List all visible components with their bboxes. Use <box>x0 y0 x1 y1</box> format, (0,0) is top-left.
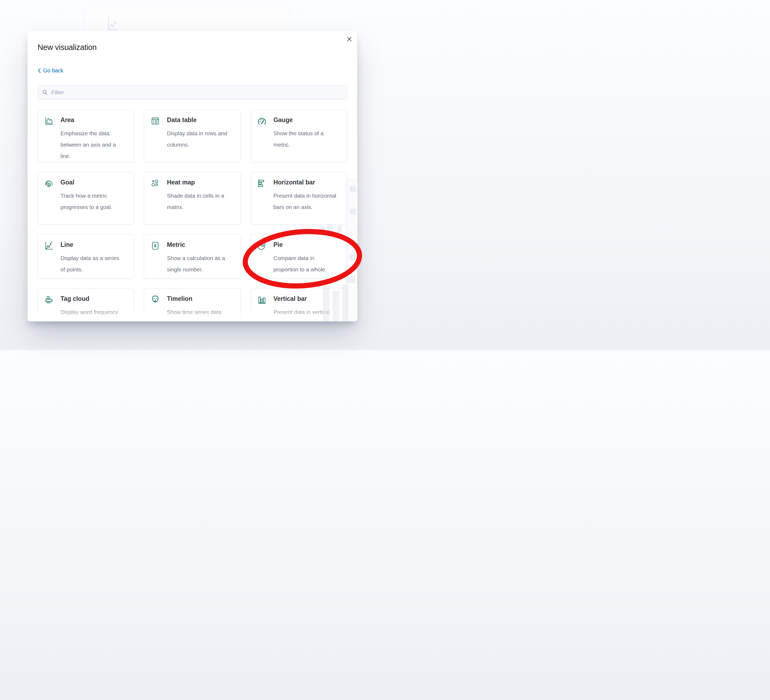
svg-text:8: 8 <box>154 244 157 248</box>
background-bar-fragment <box>327 224 333 235</box>
card-heat-map[interactable]: Heat map Shade data in cells in a matrix… <box>144 172 241 224</box>
card-title: Area <box>60 116 124 124</box>
card-title: Goal <box>60 178 117 186</box>
goal-icon: 8 <box>44 179 53 189</box>
background-placeholder-block <box>346 276 355 283</box>
svg-text:8: 8 <box>48 183 50 187</box>
card-title: Tag cloud <box>60 295 124 303</box>
card-title: Metric <box>167 241 230 249</box>
card-description: Show time series data on a graph. <box>167 306 223 321</box>
close-icon[interactable] <box>346 36 353 43</box>
card-title: Line <box>60 241 124 249</box>
card-title: Heat map <box>167 178 230 186</box>
pie-chart-icon <box>257 241 267 251</box>
card-tag-cloud[interactable]: Tag cloud Display word frequency with fo… <box>37 288 134 321</box>
card-title: Data table <box>167 116 230 124</box>
filter-input[interactable] <box>51 89 343 96</box>
card-description: Emphasize the data between an axis and a… <box>60 128 124 162</box>
card-title: Gauge <box>273 116 336 124</box>
timelion-icon <box>150 295 160 305</box>
card-description: Track how a metric progresses to a goal. <box>60 190 117 213</box>
background-line-chart-icon <box>107 16 118 31</box>
card-description: Display word frequency with font size. <box>60 306 124 321</box>
go-back-link[interactable]: Go back <box>37 68 63 74</box>
go-back-label: Go back <box>43 68 63 74</box>
background-placeholder-block <box>350 254 356 260</box>
tag-cloud-icon <box>44 295 53 305</box>
card-title: Timelion <box>167 295 223 303</box>
card-line[interactable]: Line Display data as a series of points. <box>37 234 134 279</box>
card-description: Present data in horizontal bars on an ax… <box>273 190 336 213</box>
line-chart-icon <box>44 241 53 251</box>
card-pie[interactable]: Pie Compare data in proportion to a whol… <box>251 234 347 279</box>
filter-search-box[interactable] <box>37 85 347 99</box>
background-bar-fragment <box>323 286 329 321</box>
background-bar-fragment <box>337 226 342 235</box>
background-bar-fragment <box>320 226 325 235</box>
heat-map-icon <box>150 179 160 189</box>
background-placeholder-block <box>350 186 356 192</box>
page-title: New visualization <box>37 43 347 52</box>
card-description: Show a calculation as a single number. <box>167 253 230 275</box>
card-timelion[interactable]: Timelion Show time series data on a grap… <box>144 288 241 321</box>
card-gauge[interactable]: Gauge Show the status of a metric. <box>251 110 347 162</box>
card-description: Show the status of a metric. <box>273 128 336 151</box>
metric-icon: 8 <box>150 241 160 251</box>
search-icon <box>42 89 48 95</box>
card-description: Shade data in cells in a matrix. <box>167 190 230 213</box>
background-bar-fragment <box>333 291 339 321</box>
new-visualization-modal: New visualization Go back <box>28 31 357 321</box>
card-area[interactable]: Area Emphasize the data between an axis … <box>37 110 134 162</box>
area-chart-icon <box>44 117 53 126</box>
card-goal[interactable]: 8 Goal Track how a metric progresses to … <box>37 172 134 224</box>
horizontal-bar-icon <box>257 179 267 189</box>
card-description: Compare data in proportion to a whole. <box>273 253 336 275</box>
vertical-bar-icon <box>257 295 267 305</box>
gauge-icon <box>257 117 267 126</box>
card-data-table[interactable]: Data table Display data in rows and colu… <box>144 110 241 162</box>
card-description: Display data as a series of points. <box>60 253 124 275</box>
chevron-left-icon <box>37 68 41 73</box>
card-horizontal-bar[interactable]: Horizontal bar Present data in horizonta… <box>251 172 347 224</box>
card-title: Pie <box>273 241 336 249</box>
data-table-icon <box>150 117 160 126</box>
card-description: Display data in rows and columns. <box>167 128 230 151</box>
background-placeholder-block <box>350 209 356 214</box>
card-title: Horizontal bar <box>273 178 336 186</box>
background-bar-fragment <box>342 284 348 321</box>
card-metric[interactable]: 8 Metric Show a calculation as a single … <box>144 234 241 279</box>
visualization-type-grid: Area Emphasize the data between an axis … <box>37 110 347 321</box>
